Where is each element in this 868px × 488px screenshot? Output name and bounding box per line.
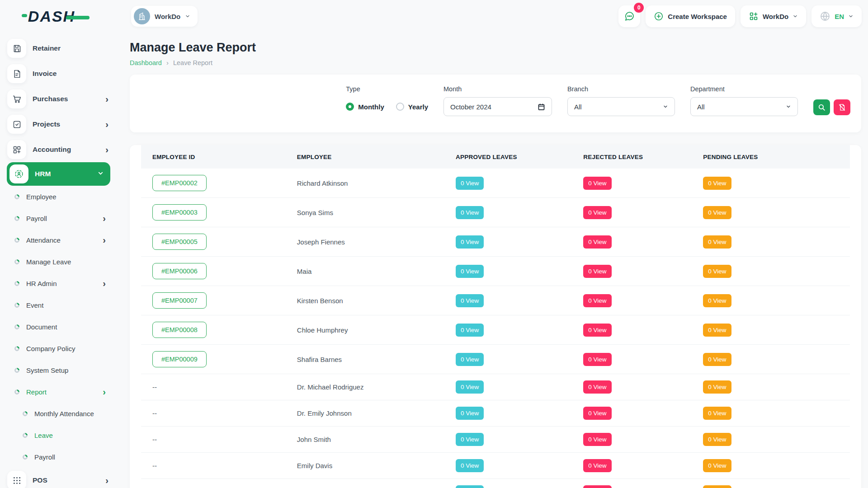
rejected-leaves-view-button[interactable]: 0 View: [583, 433, 611, 446]
employee-id-empty: --: [152, 462, 157, 469]
table-row: #EMP00002 Richard Atkinson 0 View 0 View…: [141, 169, 850, 198]
pending-leaves-view-button[interactable]: 0 View: [703, 324, 731, 337]
sidebar-subitem-report[interactable]: Report ›: [0, 381, 118, 403]
approved-leaves-view-button[interactable]: 0 View: [456, 324, 484, 337]
sidebar-subitem-company-policy[interactable]: Company Policy: [0, 338, 118, 359]
sidebar-subitem-monthly-attendance[interactable]: Monthly Attendance: [0, 403, 118, 424]
pending-leaves-view-button[interactable]: 0 View: [703, 353, 731, 366]
pending-leaves-view-button[interactable]: 0 View: [703, 485, 731, 488]
rejected-leaves-view-button[interactable]: 0 View: [583, 353, 611, 366]
bullet-icon: [22, 432, 29, 439]
employee-id-button[interactable]: #EMP00002: [152, 175, 207, 191]
sidebar-subitem-hr-admin[interactable]: HR Admin ›: [0, 272, 118, 294]
employee-id-button[interactable]: #EMP00009: [152, 351, 207, 367]
sidebar-subitem-event[interactable]: Event: [0, 294, 118, 316]
pending-leaves-view-button[interactable]: 0 View: [703, 380, 731, 394]
pending-leaves-view-button[interactable]: 0 View: [703, 407, 731, 420]
branch-select[interactable]: All: [567, 97, 675, 116]
sidebar-item-projects[interactable]: Projects ›: [0, 112, 118, 137]
month-label: Month: [443, 85, 552, 93]
employee-id-button[interactable]: #EMP00008: [152, 322, 207, 338]
main-content: Manage Leave Report Dashboard › Leave Re…: [118, 33, 868, 488]
calendar-icon: [538, 103, 545, 111]
approved-leaves-view-button[interactable]: 0 View: [456, 407, 484, 420]
pending-leaves-view-button[interactable]: 0 View: [703, 206, 731, 219]
pos-icon: [7, 471, 26, 488]
sidebar-subitem-payroll[interactable]: Payroll ›: [0, 207, 118, 229]
sidebar-subitem-leave[interactable]: Leave: [0, 424, 118, 446]
approved-leaves-view-button[interactable]: 0 View: [456, 485, 484, 488]
radio-yearly[interactable]: Yearly: [396, 103, 428, 111]
create-workspace-button[interactable]: Create Workspace: [646, 5, 735, 27]
rejected-leaves-view-button[interactable]: 0 View: [583, 177, 611, 190]
sidebar-item-purchases[interactable]: Purchases ›: [0, 86, 118, 112]
bullet-icon: [14, 323, 21, 330]
pending-leaves-view-button[interactable]: 0 View: [703, 433, 731, 446]
rejected-leaves-view-button[interactable]: 0 View: [583, 324, 611, 337]
approved-leaves-view-button[interactable]: 0 View: [456, 265, 484, 278]
chevron-right-icon: ›: [105, 476, 108, 485]
bullet-icon: [14, 236, 21, 244]
language-selector[interactable]: EN: [811, 5, 862, 27]
sidebar-subitem-employee[interactable]: Employee: [0, 186, 118, 207]
approved-leaves-view-button[interactable]: 0 View: [456, 177, 484, 190]
sidebar-item-accounting[interactable]: Accounting ›: [0, 137, 118, 162]
pending-leaves-view-button[interactable]: 0 View: [703, 294, 731, 307]
messages-button[interactable]: 0: [618, 5, 640, 27]
search-button[interactable]: [813, 99, 830, 115]
employee-id-button[interactable]: #EMP00006: [152, 263, 207, 279]
breadcrumb-dashboard-link[interactable]: Dashboard: [130, 59, 162, 66]
pending-leaves-view-button[interactable]: 0 View: [703, 265, 731, 278]
sidebar-item-hrm[interactable]: HRM: [7, 162, 110, 186]
employee-name: Richard Atkinson: [286, 169, 444, 198]
pending-leaves-view-button[interactable]: 0 View: [703, 235, 731, 249]
employee-id-button[interactable]: #EMP00005: [152, 234, 207, 250]
table-row: #EMP00006 Maia 0 View 0 View 0 View: [141, 257, 850, 286]
month-input[interactable]: October 2024: [443, 97, 552, 116]
topbar: DASH WorkDo 0 Create Workspace WorkDo EN: [0, 0, 868, 33]
rejected-leaves-view-button[interactable]: 0 View: [583, 235, 611, 249]
building-icon: [137, 12, 146, 21]
sidebar-item-invoice[interactable]: Invoice: [0, 61, 118, 86]
approved-leaves-view-button[interactable]: 0 View: [456, 353, 484, 366]
brand-logo[interactable]: DASH: [0, 8, 118, 25]
radio-monthly[interactable]: Monthly: [346, 103, 384, 111]
approved-leaves-view-button[interactable]: 0 View: [456, 380, 484, 394]
bullet-icon: [14, 258, 21, 265]
sidebar-item-retainer[interactable]: Retainer: [0, 36, 118, 61]
approved-leaves-view-button[interactable]: 0 View: [456, 235, 484, 249]
approved-leaves-view-button[interactable]: 0 View: [456, 294, 484, 307]
search-icon: [818, 103, 826, 111]
approved-leaves-view-button[interactable]: 0 View: [456, 206, 484, 219]
rejected-leaves-view-button[interactable]: 0 View: [583, 380, 611, 394]
employee-name: James Brown: [286, 479, 444, 488]
app-switcher[interactable]: WorkDo: [741, 5, 806, 27]
rejected-leaves-view-button[interactable]: 0 View: [583, 485, 611, 488]
sidebar-subitem-document[interactable]: Document: [0, 316, 118, 338]
approved-leaves-view-button[interactable]: 0 View: [456, 433, 484, 446]
rejected-leaves-view-button[interactable]: 0 View: [583, 206, 611, 219]
employee-id-button[interactable]: #EMP00003: [152, 204, 207, 221]
bullet-icon: [14, 280, 21, 287]
department-select[interactable]: All: [690, 97, 798, 116]
chevron-down-icon: [786, 104, 791, 109]
department-filter: Department All: [690, 85, 798, 116]
employee-id-button[interactable]: #EMP00007: [152, 292, 207, 309]
sidebar-subitem-payroll[interactable]: Payroll: [0, 446, 118, 468]
rejected-leaves-view-button[interactable]: 0 View: [583, 265, 611, 278]
pending-leaves-view-button[interactable]: 0 View: [703, 177, 731, 190]
month-filter: Month October 2024: [443, 85, 552, 116]
approved-leaves-view-button[interactable]: 0 View: [456, 459, 484, 472]
sidebar-subitem-attendance[interactable]: Attendance ›: [0, 229, 118, 251]
chevron-down-icon: [185, 14, 190, 19]
rejected-leaves-view-button[interactable]: 0 View: [583, 294, 611, 307]
sidebar-item-pos[interactable]: POS ›: [0, 468, 118, 488]
reset-filter-button[interactable]: [834, 99, 850, 115]
workspace-selector[interactable]: WorkDo: [131, 6, 198, 27]
sidebar-subitem-system-setup[interactable]: System Setup: [0, 359, 118, 381]
rejected-leaves-view-button[interactable]: 0 View: [583, 407, 611, 420]
workspace-avatar: [134, 8, 150, 24]
pending-leaves-view-button[interactable]: 0 View: [703, 459, 731, 472]
rejected-leaves-view-button[interactable]: 0 View: [583, 459, 611, 472]
sidebar-subitem-manage-leave[interactable]: Manage Leave: [0, 251, 118, 272]
